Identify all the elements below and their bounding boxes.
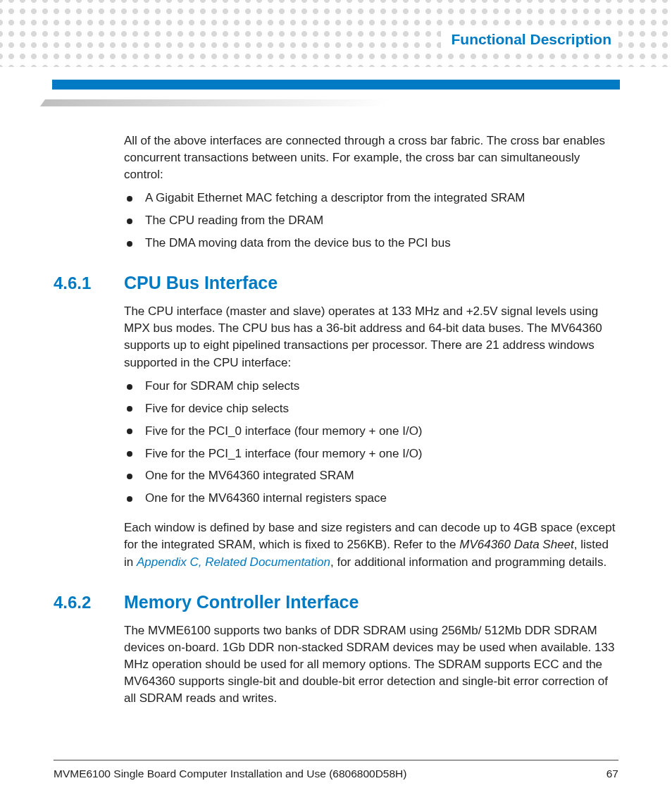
page-body: All of the above interfaces are connecte… <box>124 133 618 714</box>
header-rule-blue <box>52 80 620 90</box>
section-461-bullets: Four for SDRAM chip selects Five for dev… <box>124 378 618 507</box>
section-461-para2: Each window is defined by base and size … <box>124 519 618 570</box>
intro-paragraph: All of the above interfaces are connecte… <box>124 133 618 183</box>
footer-doc-title: MVME6100 Single Board Computer Installat… <box>54 768 406 780</box>
list-item: Four for SDRAM chip selects <box>124 378 618 395</box>
section-title: Memory Controller Interface <box>124 592 359 612</box>
intro-bullet-list: A Gigabit Ethernet MAC fetching a descri… <box>124 190 618 252</box>
section-heading-461: 4.6.1 CPU Bus Interface <box>54 273 618 293</box>
list-item: One for the MV64360 integrated SRAM <box>124 468 618 484</box>
list-item: Five for device chip selects <box>124 401 618 417</box>
reference-title: MV64360 Data Sheet <box>459 538 574 551</box>
section-title: CPU Bus Interface <box>124 273 278 293</box>
section-number: 4.6.2 <box>54 593 124 612</box>
page-number: 67 <box>606 768 618 780</box>
section-number: 4.6.1 <box>54 273 124 293</box>
list-item: The CPU reading from the DRAM <box>124 213 618 229</box>
list-item: One for the MV64360 internal registers s… <box>124 491 618 507</box>
page-footer: MVME6100 Single Board Computer Installat… <box>54 760 618 780</box>
text: , for additional information and program… <box>330 555 606 569</box>
list-item: The DMA moving data from the device bus … <box>124 235 618 252</box>
footer-rule <box>54 760 618 760</box>
header-rule-gradient <box>40 99 620 106</box>
section-heading-462: 4.6.2 Memory Controller Interface <box>54 592 618 612</box>
section-461-para1: The CPU interface (master and slave) ope… <box>124 303 618 371</box>
list-item: Five for the PCI_0 interface (four memor… <box>124 424 618 440</box>
chapter-title: Functional Description <box>441 28 618 51</box>
cross-reference-link[interactable]: Appendix C, Related Documentation <box>137 555 330 569</box>
list-item: A Gigabit Ethernet MAC fetching a descri… <box>124 190 618 207</box>
section-462-para: The MVME6100 supports two banks of DDR S… <box>124 622 618 708</box>
list-item: Five for the PCI_1 interface (four memor… <box>124 446 618 462</box>
